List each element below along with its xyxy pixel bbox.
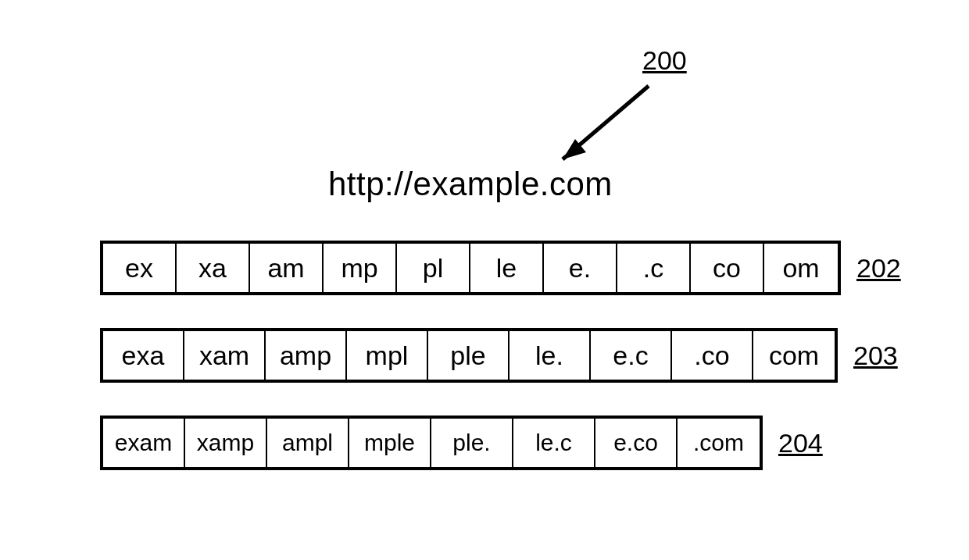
ngram-cell: e.c <box>591 331 672 380</box>
row-reference-label: 203 <box>853 341 898 371</box>
ngram-cell: le.c <box>513 419 595 467</box>
ngram-row: exaxamampmplplele.e.c.cocom <box>100 328 838 383</box>
ngram-cell: xam <box>184 331 266 380</box>
ngram-cell: ple. <box>431 419 513 467</box>
ngram-row: exxaammppllee..ccoom <box>100 241 841 295</box>
ngram-cell: pl <box>397 244 470 292</box>
ngram-row-wrap: exxaammppllee..ccoom202 <box>100 241 901 295</box>
ngram-cell: exa <box>103 331 184 380</box>
ngram-cell: e. <box>544 244 617 292</box>
ngram-cell: am <box>250 244 324 292</box>
ngram-row-wrap: examxampamplmpleple.le.ce.co.com204 <box>100 416 823 470</box>
ngram-cell: exam <box>103 419 185 467</box>
diagram-canvas: { "figure_label": "200", "url_text": "ht… <box>0 0 969 560</box>
ngram-cell: xa <box>177 244 250 292</box>
ngram-cell: com <box>753 331 835 380</box>
ngram-cell: mple <box>349 419 431 467</box>
ngram-cell: e.co <box>595 419 678 467</box>
ngram-row-wrap: exaxamampmplplele.e.c.cocom203 <box>100 328 898 383</box>
url-text: http://example.com <box>328 166 613 203</box>
row-reference-label: 204 <box>778 428 823 458</box>
ngram-cell: om <box>764 244 838 292</box>
ngram-cell: amp <box>266 331 347 380</box>
row-reference-label: 202 <box>856 253 901 284</box>
ngram-cell: le. <box>510 331 591 380</box>
ngram-row: examxampamplmpleple.le.ce.co.com <box>100 416 763 470</box>
ngram-cell: mp <box>324 244 397 292</box>
ngram-cell: .com <box>678 419 760 467</box>
ngram-cell: xamp <box>185 419 267 467</box>
ngram-cell: .c <box>617 244 691 292</box>
ngram-cell: ple <box>428 331 510 380</box>
figure-number-label: 200 <box>642 45 687 76</box>
ngram-cell: co <box>691 244 764 292</box>
ngram-cell: .co <box>672 331 753 380</box>
ngram-cell: ampl <box>267 419 349 467</box>
ngram-cell: ex <box>103 244 177 292</box>
ngram-cell: le <box>470 244 544 292</box>
ngram-cell: mpl <box>347 331 428 380</box>
